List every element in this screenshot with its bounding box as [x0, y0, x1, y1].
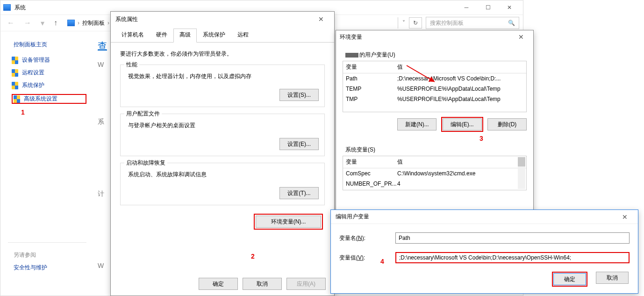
cell-val: 4 [394, 179, 526, 189]
sidebar-item-remote[interactable]: 远程设置 [12, 69, 86, 77]
search-input[interactable]: 搜索控制面板 🔍 [426, 17, 519, 29]
list-row-temp[interactable]: TEMP%USERPROFILE%\AppData\Local\Temp [343, 84, 526, 94]
list-row[interactable]: NUMBER_OF_PR...4 [343, 179, 526, 189]
breadcrumb-item-1[interactable]: 控制面板 [82, 19, 105, 27]
pc-icon [67, 20, 75, 26]
breadcrumb-sep: › [107, 20, 109, 26]
sidebar-label: 高级系统设置 [24, 95, 57, 103]
environment-variables-dialog: 环境变量 ✕ 的用户变量(U) 变量 值 Path;D:\necessary\M… [336, 30, 534, 211]
group-startup-recovery: 启动和故障恢复 系统启动、系统故障和调试信息 设置(T)... [120, 163, 325, 205]
annotation-4: 4 [380, 258, 384, 265]
cell-val: ;D:\necessary\Microsoft VS Code\bin;D:..… [394, 73, 526, 84]
sidebar-item-protection[interactable]: 系统保护 [12, 81, 86, 89]
startup-settings-button[interactable]: 设置(T)... [279, 187, 319, 199]
group-label: 性能 [124, 61, 139, 69]
performance-settings-button[interactable]: 设置(S)... [279, 89, 319, 101]
system-title: 系统 [14, 4, 456, 12]
environment-variables-button[interactable]: 环境变量(N)... [256, 216, 321, 228]
user-vars-buttons: 新建(N)... 编辑(E)... 删除(D) [343, 117, 527, 132]
group-user-profiles: 用户配置文件 与登录帐户相关的桌面设置 设置(E)... [120, 114, 325, 156]
cell-var: Path [343, 73, 394, 84]
nav-recent-icon[interactable]: ▾ [38, 19, 47, 28]
window-buttons: ─ ☐ ✕ [456, 0, 520, 14]
list-row[interactable]: OSWindows NT [343, 189, 526, 190]
cell-val: Windows NT [394, 189, 526, 190]
annotation-outline: 确定 [552, 272, 587, 287]
cell-var: TMP [343, 94, 394, 104]
scrollbar-thumb[interactable] [518, 157, 525, 166]
breadcrumb-sep: › [78, 20, 79, 26]
list-header: 变量 值 [343, 156, 526, 168]
tab-computer-name[interactable]: 计算机名 [115, 29, 150, 42]
ok-button[interactable]: 确定 [553, 273, 586, 285]
list-row-path[interactable]: Path;D:\necessary\Microsoft VS Code\bin;… [343, 73, 526, 84]
nav-forward-icon[interactable]: → [21, 19, 34, 27]
system-vars-label: 系统变量(S) [345, 146, 527, 154]
delete-button[interactable]: 删除(D) [487, 118, 527, 130]
nav-back-icon[interactable]: ← [4, 19, 17, 27]
group-label: 用户配置文件 [124, 110, 162, 118]
nav-up-icon[interactable]: ↑ [51, 19, 60, 27]
see-also-item[interactable]: 安全性与维护 [14, 264, 86, 272]
sidebar-title[interactable]: 控制面板主页 [14, 41, 86, 49]
see-also-text: 安全性与维护 [14, 264, 47, 272]
minimize-button[interactable]: ─ [456, 0, 477, 14]
annotation-outline: 编辑(E)... [441, 117, 483, 132]
annotation-outline: 环境变量(N)... [254, 214, 323, 230]
annotation-2: 2 [251, 253, 255, 260]
edit-user-variable-dialog: 编辑用户变量 ✕ 变量名(N): 变量值(V): 4 确定 取消 [330, 209, 638, 294]
sidebar-separator [8, 242, 86, 243]
cell-val: C:\Windows\system32\cmd.exe [394, 168, 526, 179]
variable-value-input[interactable] [395, 252, 630, 263]
list-row-tmp[interactable]: TMP%USERPROFILE%\AppData\Local\Temp [343, 94, 526, 104]
shield-icon [14, 95, 20, 103]
ok-button[interactable]: 确定 [199, 278, 238, 290]
col-variable[interactable]: 变量 [343, 156, 394, 168]
close-icon[interactable]: ✕ [513, 33, 530, 41]
user-vars-suffix: 的用户变量(U) [359, 51, 395, 58]
new-button[interactable]: 新建(N)... [397, 118, 436, 130]
annotation-1: 1 [21, 108, 86, 116]
tab-advanced[interactable]: 高级 [173, 29, 197, 43]
cancel-button[interactable]: 取消 [243, 278, 282, 290]
refresh-icon[interactable]: ↻ [409, 17, 422, 29]
list-row[interactable]: ComSpecC:\Windows\system32\cmd.exe [343, 168, 526, 179]
cell-var: ComSpec [343, 168, 394, 179]
tab-protection[interactable]: 系统保护 [197, 29, 231, 42]
cell-var: OS [343, 189, 394, 190]
apply-button[interactable]: 应用(A) [286, 278, 326, 290]
col-variable[interactable]: 变量 [343, 61, 394, 73]
sidebar-label: 系统保护 [22, 81, 44, 89]
ed-body: 变量名(N): 变量值(V): 4 [331, 224, 638, 276]
variable-name-input[interactable] [395, 232, 630, 244]
col-value[interactable]: 值 [394, 61, 526, 73]
maximize-button[interactable]: ☐ [477, 0, 499, 14]
shield-icon [12, 57, 18, 64]
env-button-row: 环境变量(N)... [120, 212, 325, 230]
system-vars-list[interactable]: 变量 值 ComSpecC:\Windows\system32\cmd.exe … [343, 156, 527, 190]
shield-icon [12, 82, 18, 89]
tab-remote[interactable]: 远程 [231, 29, 255, 42]
tab-hardware[interactable]: 硬件 [150, 29, 173, 42]
sp-body: 要进行大多数更改，你必须作为管理员登录。 性能 视觉效果，处理器计划，内存使用，… [111, 43, 334, 234]
profiles-settings-button[interactable]: 设置(E)... [279, 138, 319, 150]
address-dropdown-icon[interactable]: ˅ [398, 17, 409, 29]
search-icon: 🔍 [508, 20, 515, 26]
group-performance: 性能 视觉效果，处理器计划，内存使用，以及虚拟内存 设置(S)... [120, 65, 325, 107]
name-row: 变量名(N): [339, 232, 630, 244]
ev-title: 环境变量 [340, 33, 362, 41]
close-icon[interactable]: ✕ [313, 15, 329, 23]
close-button[interactable]: ✕ [499, 0, 520, 14]
ed-title: 编辑用户变量 [336, 213, 369, 221]
sidebar-item-device-manager[interactable]: 设备管理器 [12, 56, 86, 64]
group-desc: 视觉效果，处理器计划，内存使用，以及虚拟内存 [128, 72, 319, 80]
sidebar-label: 设备管理器 [22, 56, 50, 64]
cancel-button[interactable]: 取消 [596, 272, 629, 284]
close-icon[interactable]: ✕ [616, 213, 633, 221]
edit-button[interactable]: 编辑(E)... [443, 118, 482, 130]
user-vars-list[interactable]: 变量 值 Path;D:\necessary\Microsoft VS Code… [343, 61, 527, 112]
sidebar-item-advanced-settings[interactable]: 高级系统设置 [12, 94, 86, 104]
col-value[interactable]: 值 [394, 156, 526, 168]
sidebar-label: 远程设置 [22, 69, 44, 77]
ev-titlebar: 环境变量 ✕ [336, 30, 533, 43]
